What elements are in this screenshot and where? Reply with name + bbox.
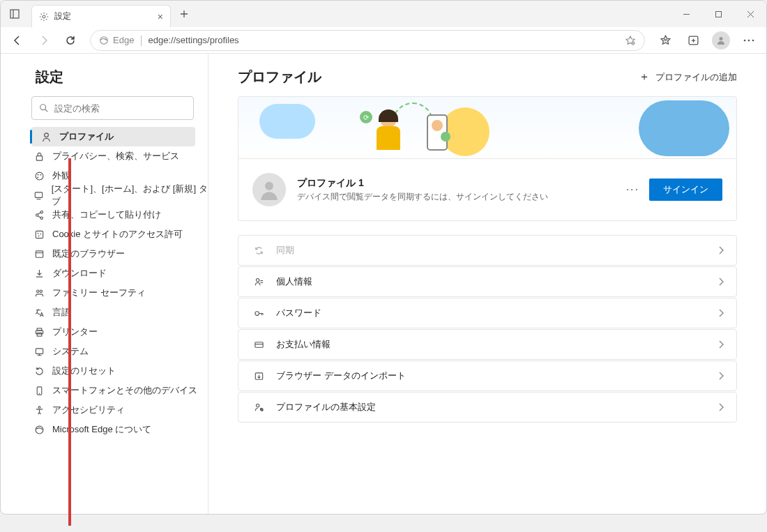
svg-point-20 bbox=[748, 39, 750, 41]
svg-rect-45 bbox=[37, 333, 42, 336]
browser-tab[interactable]: 設定 × bbox=[31, 5, 171, 27]
option-label: パスワード bbox=[276, 307, 718, 319]
sidebar-item-label: 既定のブラウザー bbox=[52, 248, 125, 260]
svg-point-26 bbox=[36, 172, 43, 180]
url-text: edge://settings/profiles bbox=[149, 35, 625, 45]
sidebar-item-label: ファミリー セーフティ bbox=[52, 287, 146, 299]
sidebar-nav: プロファイルプライバシー、検索、サービス外観[スタート]、[ホーム]、および [… bbox=[1, 127, 208, 439]
sidebar-item-label: Cookie とサイトのアクセス許可 bbox=[52, 228, 183, 241]
option-label: ブラウザー データのインポート bbox=[276, 370, 718, 382]
sidebar-item-1[interactable]: プライバシー、検索、サービス bbox=[1, 146, 208, 166]
personal-icon bbox=[251, 277, 266, 287]
gear-icon bbox=[39, 12, 49, 22]
search-icon bbox=[39, 103, 49, 113]
annotation-red-line bbox=[68, 158, 71, 526]
menu-button[interactable] bbox=[737, 29, 761, 52]
minimize-button[interactable] bbox=[670, 1, 702, 27]
back-button[interactable] bbox=[6, 29, 29, 52]
option-label: プロファイルの基本設定 bbox=[276, 401, 718, 413]
phone-icon bbox=[31, 386, 47, 396]
svg-rect-35 bbox=[36, 231, 43, 238]
window-controls bbox=[670, 1, 766, 27]
browser-icon bbox=[31, 249, 47, 259]
add-profile-button[interactable]: ＋ プロファイルの追加 bbox=[639, 70, 737, 84]
sidebar-item-15[interactable]: Microsoft Edge について bbox=[1, 420, 208, 439]
svg-point-29 bbox=[37, 176, 38, 178]
option-row-1[interactable]: 個人情報 bbox=[238, 266, 737, 297]
option-row-2[interactable]: パスワード bbox=[238, 298, 737, 328]
sidebar-item-label: スマートフォンとその他のデバイス bbox=[52, 384, 197, 397]
svg-point-55 bbox=[255, 311, 259, 315]
address-bar[interactable]: Edge | edge://settings/profiles bbox=[90, 30, 645, 51]
svg-point-54 bbox=[256, 278, 259, 281]
svg-point-42 bbox=[40, 290, 42, 292]
sidebar-item-label: プライバシー、検索、サービス bbox=[52, 150, 179, 162]
sidebar-item-8[interactable]: ファミリー セーフティ bbox=[1, 283, 208, 303]
chevron-right-icon bbox=[718, 278, 724, 286]
svg-point-18 bbox=[720, 37, 723, 40]
accessibility-icon bbox=[31, 405, 47, 416]
svg-rect-0 bbox=[10, 10, 19, 18]
profile-button[interactable] bbox=[709, 29, 733, 52]
tab-title: 設定 bbox=[54, 10, 158, 22]
svg-point-21 bbox=[752, 39, 754, 41]
download-icon bbox=[31, 268, 47, 279]
chevron-right-icon bbox=[718, 372, 724, 380]
settings-search[interactable] bbox=[31, 96, 194, 120]
sidebar-item-label: プリンター bbox=[52, 326, 98, 338]
sidebar-item-13[interactable]: スマートフォンとその他のデバイス bbox=[1, 381, 208, 400]
close-window-button[interactable] bbox=[734, 1, 766, 27]
svg-point-38 bbox=[38, 235, 39, 236]
sidebar-item-0[interactable]: プロファイル bbox=[31, 127, 195, 146]
lock-icon bbox=[31, 151, 47, 162]
main-header: プロファイル ＋ プロファイルの追加 bbox=[238, 68, 737, 86]
search-input[interactable] bbox=[54, 103, 186, 114]
new-tab-button[interactable] bbox=[174, 3, 195, 24]
profile-menu-button[interactable]: ··· bbox=[626, 183, 639, 196]
svg-rect-30 bbox=[35, 192, 42, 197]
profile-name: プロファイル 1 bbox=[297, 177, 626, 190]
import-icon bbox=[251, 371, 266, 381]
option-row-5[interactable]: プロファイルの基本設定 bbox=[238, 392, 737, 423]
favorite-icon[interactable] bbox=[625, 35, 636, 46]
reset-icon bbox=[31, 366, 47, 377]
favorites-button[interactable] bbox=[653, 29, 677, 52]
sidebar-item-3[interactable]: [スタート]、[ホーム]、および [新規] タブ bbox=[1, 185, 208, 205]
language-icon bbox=[31, 307, 47, 318]
sidebar-item-4[interactable]: 共有、コピーして貼り付け bbox=[1, 205, 208, 225]
sidebar-item-11[interactable]: システム bbox=[1, 342, 208, 361]
sidebar-item-7[interactable]: ダウンロード bbox=[1, 264, 208, 283]
svg-point-50 bbox=[38, 393, 39, 393]
option-row-4[interactable]: ブラウザー データのインポート bbox=[238, 360, 737, 391]
card-icon bbox=[251, 340, 266, 350]
sidebar-item-6[interactable]: 既定のブラウザー bbox=[1, 244, 208, 264]
signin-button[interactable]: サインイン bbox=[649, 178, 722, 201]
key-icon bbox=[251, 308, 266, 319]
forward-button[interactable] bbox=[33, 29, 55, 52]
add-profile-label: プロファイルの追加 bbox=[655, 71, 737, 84]
svg-rect-25 bbox=[36, 155, 42, 160]
profile-info: プロファイル 1 デバイス間で閲覧データを同期するには、サインインしてください bbox=[297, 177, 626, 203]
refresh-button[interactable] bbox=[59, 29, 82, 52]
svg-point-37 bbox=[40, 233, 41, 234]
option-row-3[interactable]: お支払い情報 bbox=[238, 329, 737, 360]
chevron-right-icon bbox=[718, 340, 724, 349]
profile-card: プロファイル 1 デバイス間で閲覧データを同期するには、サインインしてください … bbox=[238, 159, 737, 221]
svg-point-32 bbox=[40, 211, 43, 213]
sidebar-item-12[interactable]: 設定のリセット bbox=[1, 361, 208, 381]
chevron-right-icon bbox=[718, 246, 724, 254]
svg-point-53 bbox=[265, 182, 273, 190]
sidebar-item-5[interactable]: Cookie とサイトのアクセス許可 bbox=[1, 225, 208, 244]
option-row-0[interactable]: 同期 bbox=[238, 235, 737, 266]
prefs-icon bbox=[251, 402, 266, 413]
svg-point-33 bbox=[36, 213, 38, 215]
sidebar-item-14[interactable]: アクセシビリティ bbox=[1, 400, 208, 420]
sidebar-item-9[interactable]: 言語 bbox=[1, 303, 208, 322]
svg-rect-39 bbox=[36, 250, 43, 257]
sidebar-item-10[interactable]: プリンター bbox=[1, 322, 208, 342]
close-tab-icon[interactable]: × bbox=[158, 11, 163, 22]
collections-button[interactable] bbox=[681, 29, 705, 52]
tab-actions-button[interactable] bbox=[1, 1, 29, 27]
content-area: 設定 プロファイルプライバシー、検索、サービス外観[スタート]、[ホーム]、およ… bbox=[1, 54, 766, 514]
maximize-button[interactable] bbox=[702, 1, 734, 27]
